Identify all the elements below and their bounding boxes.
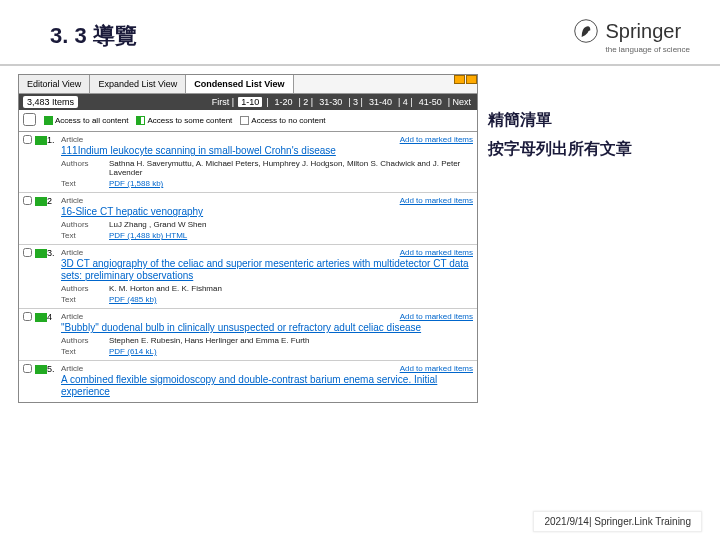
brand-logo: Springer the language of science xyxy=(573,18,690,54)
pager-3[interactable]: 31-30 xyxy=(317,97,344,107)
annotation-1: 精簡清單 xyxy=(488,106,632,135)
results-list: 1. ArticleAdd to marked items 111Indium … xyxy=(19,132,477,402)
item-checkbox[interactable] xyxy=(23,248,32,257)
list-item: 4 ArticleAdd to marked items "Bubbly" du… xyxy=(19,309,477,361)
pager-1[interactable]: 1-10 xyxy=(238,97,262,107)
pdf-link[interactable]: PDF (614 kL) xyxy=(109,347,157,356)
springer-horse-icon xyxy=(573,18,599,44)
item-number: 4 xyxy=(47,312,61,357)
access-full-icon xyxy=(35,136,47,145)
list-item: 1. ArticleAdd to marked items 111Indium … xyxy=(19,132,477,193)
item-title[interactable]: 3D CT angiography of the celiac and supe… xyxy=(61,257,473,283)
access-full-icon xyxy=(35,249,47,258)
list-item: 3. ArticleAdd to marked items 3D CT angi… xyxy=(19,245,477,309)
rss-icon[interactable] xyxy=(466,75,477,84)
annotation-2: 按字母列出所有文章 xyxy=(488,135,632,164)
pager-first[interactable]: First | xyxy=(210,97,236,107)
pdf-link[interactable]: PDF (1,488 kb) HTML xyxy=(109,231,187,240)
tab-expanded[interactable]: Expanded List View xyxy=(90,75,186,93)
add-marked-link[interactable]: Add to marked items xyxy=(400,312,473,321)
item-checkbox[interactable] xyxy=(23,364,32,373)
item-number: 2 xyxy=(47,196,61,241)
email-icon[interactable] xyxy=(454,75,465,84)
tab-editorial[interactable]: Editorial View xyxy=(19,75,90,93)
item-number: 3. xyxy=(47,248,61,305)
add-marked-link[interactable]: Add to marked items xyxy=(400,135,473,144)
item-checkbox[interactable] xyxy=(23,312,32,321)
add-marked-link[interactable]: Add to marked items xyxy=(400,196,473,205)
pager: First | 1-10 | 1-20 | 2 | 31-30 | 3 | 31… xyxy=(210,97,473,107)
access-legend: Access to all content Access to some con… xyxy=(19,110,477,132)
item-checkbox[interactable] xyxy=(23,135,32,144)
item-title[interactable]: 16-Slice CT hepatic venography xyxy=(61,205,473,219)
add-marked-link[interactable]: Add to marked items xyxy=(400,364,473,373)
view-tabs: Editorial View Expanded List View Conden… xyxy=(19,75,477,94)
export-icons[interactable] xyxy=(454,75,477,93)
add-marked-link[interactable]: Add to marked items xyxy=(400,248,473,257)
slide-footer: 2021/9/14| Springer.Link Training xyxy=(533,511,702,532)
list-item: 5. ArticleAdd to marked items A combined… xyxy=(19,361,477,402)
item-title[interactable]: 111Indium leukocyte scanning in small-bo… xyxy=(61,144,473,158)
slide-header: 3. 3 導覽 Springer the language of science xyxy=(0,0,720,66)
side-annotations: 精簡清單 按字母列出所有文章 xyxy=(488,74,632,403)
swatch-full-icon xyxy=(44,116,53,125)
item-number: 5. xyxy=(47,364,61,399)
results-panel: Editorial View Expanded List View Conden… xyxy=(18,74,478,403)
pager-5[interactable]: 41-50 xyxy=(417,97,444,107)
swatch-none-icon xyxy=(240,116,249,125)
tab-condensed[interactable]: Condensed List View xyxy=(186,75,293,93)
pdf-link[interactable]: PDF (1,588 kb) xyxy=(109,179,163,188)
access-full-icon xyxy=(35,365,47,374)
item-title[interactable]: A combined flexible sigmoidoscopy and do… xyxy=(61,373,473,399)
pager-4[interactable]: 31-40 xyxy=(367,97,394,107)
brand-name: Springer xyxy=(605,20,681,43)
pager-2[interactable]: 1-20 xyxy=(272,97,294,107)
brand-tagline: the language of science xyxy=(605,45,690,54)
slide-title: 3. 3 導覽 xyxy=(50,21,137,51)
select-all-checkbox[interactable] xyxy=(23,113,36,126)
pdf-link[interactable]: PDF (485 kb) xyxy=(109,295,157,304)
item-checkbox[interactable] xyxy=(23,196,32,205)
item-number: 1. xyxy=(47,135,61,189)
access-full-icon xyxy=(35,197,47,206)
item-title[interactable]: "Bubbly" duodenal bulb in clinically uns… xyxy=(61,321,473,335)
access-full-icon xyxy=(35,313,47,322)
results-toolbar: 3,483 Items First | 1-10 | 1-20 | 2 | 31… xyxy=(19,94,477,110)
list-item: 2 ArticleAdd to marked items 16-Slice CT… xyxy=(19,193,477,245)
result-count: 3,483 Items xyxy=(23,96,78,108)
swatch-partial-icon xyxy=(136,116,145,125)
pager-next[interactable]: | Next xyxy=(446,97,473,107)
